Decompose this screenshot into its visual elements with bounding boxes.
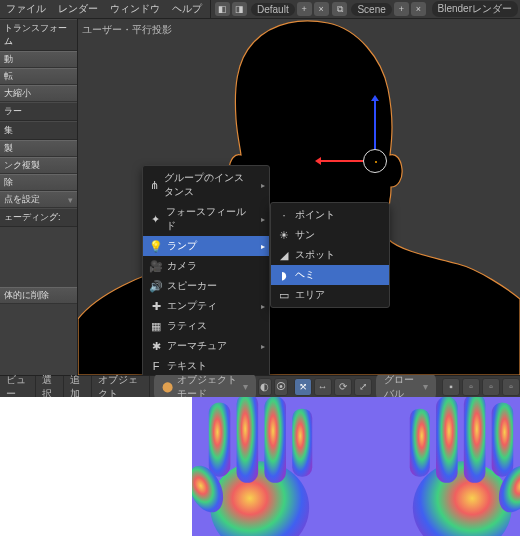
render-engine-field[interactable]: Blenderレンダー (432, 1, 518, 17)
menu-file[interactable]: ファイル (0, 2, 52, 16)
add-menu-item-4[interactable]: 🔊スピーカー (143, 276, 269, 296)
layout-name: Default (257, 4, 289, 15)
layer-button-4[interactable]: ▫ (502, 378, 520, 396)
screen-prev-button[interactable]: ◧ (215, 2, 230, 16)
tool-delete[interactable]: 除 (0, 174, 77, 191)
layer-button-2[interactable]: ▫ (462, 378, 480, 396)
lamp-submenu-item-4[interactable]: ▭エリア (271, 285, 389, 305)
layout-field[interactable]: Default (251, 3, 295, 16)
lamp-submenu-icon-4: ▭ (277, 288, 291, 302)
layer-button-1[interactable]: ▪ (442, 378, 460, 396)
hand-left (192, 397, 332, 536)
menu-render[interactable]: レンダー (52, 2, 104, 16)
manipulator-translate[interactable]: ↔ (314, 378, 332, 396)
add-menu-icon-5: ✚ (149, 299, 163, 313)
lamp-submenu-icon-0: · (277, 208, 291, 222)
screen-next-button[interactable]: ◨ (232, 2, 247, 16)
lamp-submenu-item-2[interactable]: ◢スポット (271, 245, 389, 265)
svg-rect-4 (292, 409, 312, 477)
render-engine: Blenderレンダー (438, 2, 512, 16)
shading-selector[interactable]: ◐ (258, 378, 272, 396)
vtab-view[interactable]: ビュー (0, 376, 36, 397)
axis-x-arrow[interactable] (321, 160, 363, 162)
menu-help[interactable]: ヘルプ (166, 2, 208, 16)
add-menu: ⋔グループのインスタンス✦フォースフィールド💡ランプ🎥カメラ🔊スピーカー✚エンプ… (142, 165, 270, 375)
manipulator-center[interactable] (363, 149, 387, 173)
add-menu-icon-6: ▦ (149, 319, 163, 333)
svg-rect-7 (492, 402, 514, 476)
add-menu-icon-2: 💡 (149, 239, 163, 253)
panel-edit-header[interactable]: 集 (0, 121, 77, 140)
pivot-selector[interactable]: ⦿ (274, 378, 288, 396)
layout-del-button[interactable]: × (314, 2, 329, 16)
lamp-submenu-icon-3: ◗ (277, 268, 291, 282)
add-menu-item-2[interactable]: 💡ランプ (143, 236, 269, 256)
svg-rect-9 (436, 397, 458, 483)
svg-rect-2 (237, 397, 259, 483)
vtab-object[interactable]: オブジェクト (92, 376, 150, 397)
lamp-submenu-icon-1: ☀ (277, 228, 291, 242)
scene-add-button[interactable]: + (394, 2, 409, 16)
manipulator-toggle[interactable]: ⤧ (294, 378, 312, 396)
panel-mirror-header[interactable]: ラー (0, 102, 77, 121)
add-menu-item-8[interactable]: Fテキスト (143, 356, 269, 375)
add-menu-item-3[interactable]: 🎥カメラ (143, 256, 269, 276)
add-menu-icon-8: F (149, 359, 163, 373)
svg-rect-1 (209, 402, 231, 476)
add-menu-icon-1: ✦ (149, 212, 162, 226)
tool-partial-delete[interactable]: 体的に削除 (0, 287, 77, 304)
tool-rotate[interactable]: 転 (0, 68, 77, 85)
scene-del-button[interactable]: × (411, 2, 426, 16)
object-mode-icon: ⬤ (162, 381, 173, 392)
panel-transform-header[interactable]: トランスフォーム (0, 19, 77, 51)
transform-manipulator[interactable] (363, 149, 387, 173)
scene-browser-button[interactable]: ⧉ (332, 2, 347, 16)
tool-link-dup[interactable]: ンク複製 (0, 157, 77, 174)
axis-z-arrow[interactable] (374, 101, 376, 149)
lamp-submenu-item-0[interactable]: ·ポイント (271, 205, 389, 225)
add-menu-item-7[interactable]: ✱アーマチュア (143, 336, 269, 356)
bottom-blank (0, 397, 192, 536)
add-menu-icon-3: 🎥 (149, 259, 163, 273)
vtab-select[interactable]: 選択 (36, 376, 64, 397)
tool-shelf: トランスフォーム 動 転 大縮小 ラー 集 製 ンク複製 除 点を設定▾ ェーデ… (0, 19, 78, 375)
add-menu-icon-0: ⋔ (149, 178, 160, 192)
svg-rect-3 (264, 397, 286, 483)
lamp-submenu-item-3[interactable]: ◗ヘミ (271, 265, 389, 285)
manipulator-rotate[interactable]: ⟳ (334, 378, 352, 396)
add-menu-item-0[interactable]: ⋔グループのインスタンス (143, 168, 269, 202)
lamp-submenu-item-1[interactable]: ☀サン (271, 225, 389, 245)
panel-shading-header[interactable]: ェーディング: (0, 208, 77, 227)
vtab-add[interactable]: 追加 (64, 376, 92, 397)
tool-duplicate[interactable]: 製 (0, 140, 77, 157)
3d-viewport[interactable]: ユーザー・平行投影 (183) MaleHeadF.00 ⋔グループのインスタン… (78, 19, 520, 375)
hand-right (390, 397, 520, 536)
layer-button-3[interactable]: ▫ (482, 378, 500, 396)
svg-rect-10 (410, 409, 430, 477)
top-menu-bar: ファイル レンダー ウィンドウ ヘルプ ◧ ◨ Default + × ⧉ Sc… (0, 0, 520, 19)
layout-add-button[interactable]: + (297, 2, 312, 16)
add-menu-icon-4: 🔊 (149, 279, 163, 293)
tool-translate[interactable]: 動 (0, 51, 77, 68)
add-menu-item-5[interactable]: ✚エンプティ (143, 296, 269, 316)
add-menu-item-6[interactable]: ▦ラティス (143, 316, 269, 336)
add-menu-item-1[interactable]: ✦フォースフィールド (143, 202, 269, 236)
scene-field[interactable]: Scene (351, 3, 391, 16)
normal-map-preview (192, 397, 520, 536)
tool-set-origin[interactable]: 点を設定▾ (0, 191, 77, 208)
viewport-header: ビュー 選択 追加 オブジェクト ⬤ オブジェクトモード ▾ ◐ ⦿ ⤧ ↔ ⟳… (0, 375, 520, 397)
add-menu-icon-7: ✱ (149, 339, 163, 353)
tool-scale[interactable]: 大縮小 (0, 85, 77, 102)
scene-name: Scene (357, 4, 385, 15)
lamp-submenu: ·ポイント☀サン◢スポット◗ヘミ▭エリア (270, 202, 390, 308)
svg-rect-8 (464, 397, 486, 483)
menu-window[interactable]: ウィンドウ (104, 2, 166, 16)
bottom-preview-row (0, 397, 520, 536)
lamp-submenu-icon-2: ◢ (277, 248, 291, 262)
manipulator-scale[interactable]: ⤢ (354, 378, 372, 396)
